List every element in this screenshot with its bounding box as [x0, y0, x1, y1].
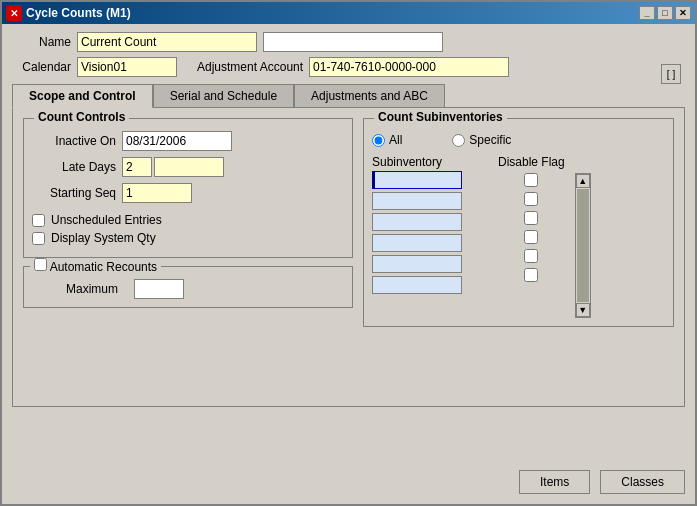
subinventory-list: [372, 171, 462, 294]
all-specific-row: All Specific: [372, 133, 665, 147]
tab-serial[interactable]: Serial and Schedule: [153, 84, 294, 108]
tab-adjustments[interactable]: Adjustments and ABC: [294, 84, 445, 108]
subinventory-column: Subinventory: [372, 155, 462, 294]
window-title: Cycle Counts (M1): [26, 6, 131, 20]
title-bar: ✕ Cycle Counts (M1) _ □ ✕: [2, 2, 695, 24]
disable-flag-column: Disable Flag: [498, 155, 565, 282]
scrollbar-up[interactable]: ▲: [576, 174, 590, 188]
classes-button[interactable]: Classes: [600, 470, 685, 494]
subinventory-col-header: Subinventory: [372, 155, 462, 169]
maximum-input[interactable]: [134, 279, 184, 299]
subinv-input-2[interactable]: [372, 192, 462, 210]
unscheduled-checkbox[interactable]: [32, 214, 45, 227]
subinv-input-3[interactable]: [372, 213, 462, 231]
auto-recount-checkbox[interactable]: [34, 258, 47, 271]
flag-list: [498, 171, 565, 282]
disable-flag-col-header: Disable Flag: [498, 155, 565, 169]
items-button[interactable]: Items: [519, 470, 590, 494]
main-layout: Count Controls Inactive On Late Days Sta…: [23, 118, 674, 327]
count-controls-group: Count Controls Inactive On Late Days Sta…: [23, 118, 353, 258]
content-area: Name Calendar Adjustment Account [ ] Sco…: [2, 24, 695, 415]
tab-scope[interactable]: Scope and Control: [12, 84, 153, 108]
unscheduled-label: Unscheduled Entries: [51, 213, 162, 227]
late-days-row: Late Days: [32, 157, 344, 177]
flag-checkbox-2[interactable]: [524, 192, 538, 206]
subinv-input-4[interactable]: [372, 234, 462, 252]
maximize-button[interactable]: □: [657, 6, 673, 20]
scrollbar-thumb: [577, 189, 589, 302]
count-subinventories-group: Count Subinventories All Specific: [363, 118, 674, 327]
corner-button[interactable]: [ ]: [661, 64, 681, 84]
bottom-bar: Items Classes: [519, 470, 685, 494]
scrollbar[interactable]: ▲ ▼: [575, 173, 591, 318]
window-controls: _ □ ✕: [639, 6, 691, 20]
adj-account-input[interactable]: [309, 57, 509, 77]
late-days-extra[interactable]: [154, 157, 224, 177]
count-controls-legend: Count Controls: [34, 110, 129, 124]
starting-seq-row: Starting Seq: [32, 183, 344, 203]
display-system-row: Display System Qty: [32, 231, 344, 245]
automatic-recounts-group: Automatic Recounts Maximum: [23, 266, 353, 308]
count-subinventories-legend: Count Subinventories: [374, 110, 507, 124]
main-window: ✕ Cycle Counts (M1) _ □ ✕ Name Calendar …: [0, 0, 697, 506]
flag-checkbox-1[interactable]: [524, 173, 538, 187]
app-icon: ✕: [6, 5, 22, 21]
app-icon-letter: ✕: [10, 8, 18, 19]
flag-checkbox-6[interactable]: [524, 268, 538, 282]
scrollbar-down[interactable]: ▼: [576, 303, 590, 317]
flag-checkbox-3[interactable]: [524, 211, 538, 225]
right-panel: Count Subinventories All Specific: [363, 118, 674, 327]
name-extra-input[interactable]: [263, 32, 443, 52]
all-radio[interactable]: [372, 134, 385, 147]
flag-checkbox-4[interactable]: [524, 230, 538, 244]
starting-seq-input[interactable]: [122, 183, 192, 203]
subinv-input-1[interactable]: [372, 171, 462, 189]
inactive-on-input[interactable]: [122, 131, 232, 151]
display-system-label: Display System Qty: [51, 231, 156, 245]
display-system-checkbox[interactable]: [32, 232, 45, 245]
calendar-adj-row: Calendar Adjustment Account: [12, 57, 685, 77]
late-days-input[interactable]: [122, 157, 152, 177]
subinv-input-5[interactable]: [372, 255, 462, 273]
tab-bar: Scope and Control Serial and Schedule Ad…: [12, 83, 685, 107]
starting-seq-label: Starting Seq: [32, 186, 122, 200]
subinv-input-6[interactable]: [372, 276, 462, 294]
flag-checkbox-5[interactable]: [524, 249, 538, 263]
inactive-on-label: Inactive On: [32, 134, 122, 148]
late-days-label: Late Days: [32, 160, 122, 174]
name-label: Name: [12, 35, 77, 49]
name-input[interactable]: [77, 32, 257, 52]
subinv-grid: Subinventory: [372, 155, 665, 318]
minimize-button[interactable]: _: [639, 6, 655, 20]
tab-content: Count Controls Inactive On Late Days Sta…: [12, 107, 685, 407]
close-button[interactable]: ✕: [675, 6, 691, 20]
inactive-on-row: Inactive On: [32, 131, 344, 151]
unscheduled-row: Unscheduled Entries: [32, 213, 344, 227]
specific-radio[interactable]: [452, 134, 465, 147]
adj-account-label: Adjustment Account: [197, 60, 309, 74]
auto-recount-legend: Automatic Recounts: [30, 258, 161, 274]
calendar-label: Calendar: [12, 60, 77, 74]
specific-radio-label[interactable]: Specific: [452, 133, 511, 147]
maximum-label: Maximum: [34, 282, 124, 296]
left-panel: Count Controls Inactive On Late Days Sta…: [23, 118, 353, 327]
calendar-input[interactable]: [77, 57, 177, 77]
all-radio-label[interactable]: All: [372, 133, 402, 147]
name-row: Name: [12, 32, 685, 52]
auto-recount-label: Automatic Recounts: [50, 260, 157, 274]
